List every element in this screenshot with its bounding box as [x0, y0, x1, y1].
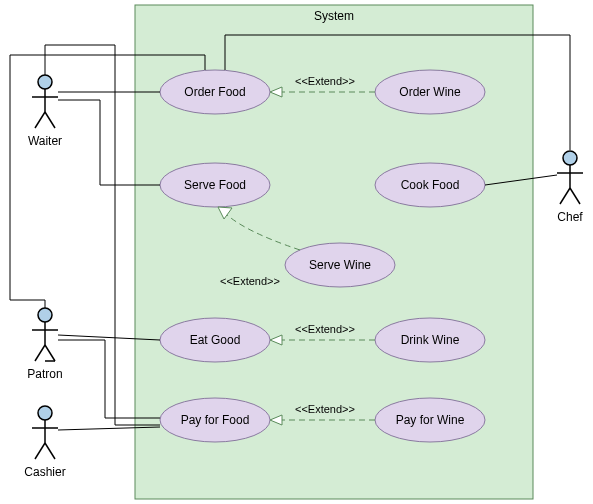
svg-point-11	[38, 406, 52, 420]
actor-patron-label: Patron	[27, 367, 62, 381]
actor-waiter: Waiter	[28, 75, 62, 148]
svg-line-8	[35, 345, 45, 361]
usecase-order-food-label: Order Food	[184, 85, 245, 99]
svg-line-15	[45, 443, 55, 459]
svg-point-0	[38, 75, 52, 89]
svg-line-19	[560, 188, 570, 204]
actor-cashier-label: Cashier	[24, 465, 65, 479]
usecase-eat-good-label: Eat Good	[190, 333, 241, 347]
usecase-drink-wine-label: Drink Wine	[401, 333, 460, 347]
usecase-pay-for-wine-label: Pay for Wine	[396, 413, 465, 427]
extend-label-3: <<Extend>>	[295, 323, 355, 335]
usecase-cook-food-label: Cook Food	[401, 178, 460, 192]
extend-label-4: <<Extend>>	[295, 403, 355, 415]
svg-point-5	[38, 308, 52, 322]
svg-line-14	[35, 443, 45, 459]
usecase-pay-for-food-label: Pay for Food	[181, 413, 250, 427]
svg-line-20	[570, 188, 580, 204]
usecase-serve-food-label: Serve Food	[184, 178, 246, 192]
svg-point-16	[563, 151, 577, 165]
extend-label-2: <<Extend>>	[220, 275, 280, 287]
svg-line-10	[45, 345, 55, 361]
system-label: System	[314, 9, 354, 23]
actor-patron: Patron	[27, 308, 62, 381]
actor-cashier: Cashier	[24, 406, 65, 479]
svg-line-4	[45, 112, 55, 128]
use-case-diagram: System Order Food Order Wine Serve Food …	[0, 0, 593, 504]
actor-chef-label: Chef	[557, 210, 583, 224]
usecase-order-wine-label: Order Wine	[399, 85, 461, 99]
extend-label-1: <<Extend>>	[295, 75, 355, 87]
svg-line-3	[35, 112, 45, 128]
actor-chef: Chef	[557, 151, 583, 224]
actor-waiter-label: Waiter	[28, 134, 62, 148]
usecase-serve-wine-label: Serve Wine	[309, 258, 371, 272]
